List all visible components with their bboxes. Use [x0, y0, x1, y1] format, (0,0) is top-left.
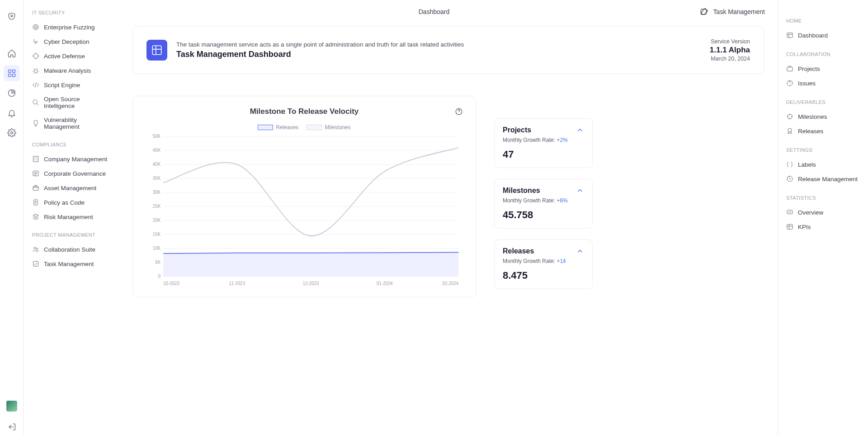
sidebar-item-label: Cyber Deception: [44, 38, 90, 45]
legend-milestones: Milestones: [325, 124, 350, 131]
sidebar-item-corporate-governance[interactable]: Corporate Governance: [32, 166, 111, 181]
sidebar-item-label: Malware Analysis: [44, 67, 91, 74]
help-icon[interactable]: [455, 108, 463, 116]
sidebar-item-label: Open Source Intelligence: [44, 96, 111, 109]
nav-item-label: Dashboard: [798, 32, 828, 39]
svg-text:40K: 40K: [153, 162, 161, 167]
nav-item-overview[interactable]: Overview: [786, 205, 863, 220]
sidebar-item-active-defense[interactable]: Active Defense: [32, 49, 111, 63]
sidebar-item-script-engine[interactable]: Script Engine: [32, 78, 111, 92]
nav-item-label: KPIs: [798, 224, 811, 230]
svg-point-52: [788, 128, 792, 132]
grid-icon[interactable]: [4, 65, 20, 81]
logout-icon[interactable]: [4, 419, 20, 435]
kpi-projects[interactable]: Projects Monthly Growth Rate: +2% 47: [494, 118, 593, 168]
icon-sidebar: [0, 0, 24, 435]
nav-item-labels[interactable]: Labels: [786, 157, 863, 172]
svg-point-0: [11, 15, 13, 17]
svg-point-9: [33, 54, 38, 59]
hero-badge-icon: [146, 40, 167, 61]
chart-canvas: 05K10K15K20K25K30K35K40K45K50K10-202311-…: [146, 134, 463, 288]
svg-text:02-2024: 02-2024: [443, 281, 459, 286]
nav-item-projects[interactable]: Projects: [786, 61, 863, 76]
version-label: Service Version: [710, 38, 750, 45]
sidebar-item-label: Script Engine: [44, 82, 80, 89]
menu-group-label: PROJECT MANAGEMENT: [32, 232, 111, 238]
main-content: Dashboard Task Management The task manag…: [119, 0, 778, 435]
nav-group-label: STATISTICS: [786, 195, 863, 201]
sidebar-item-label: Policy as Code: [44, 199, 85, 206]
svg-text:5K: 5K: [155, 260, 160, 265]
chart-icon[interactable]: [4, 85, 20, 101]
sidebar-item-risk-management[interactable]: Risk Management: [32, 210, 111, 224]
avatar[interactable]: [6, 401, 17, 412]
hero-card: The task management service acts as a si…: [132, 26, 764, 74]
sidebar-item-label: Active Defense: [44, 53, 85, 60]
chevron-up-icon: [576, 247, 584, 257]
nav-item-issues[interactable]: Issues: [786, 76, 863, 90]
nav-item-release-management[interactable]: Release Management: [786, 172, 863, 186]
svg-text:15K: 15K: [153, 232, 161, 237]
legend-releases: Releases: [276, 124, 298, 131]
sidebar-item-collaboration-suite[interactable]: Collaboration Suite: [32, 242, 111, 257]
svg-rect-1: [9, 70, 11, 73]
kpi-milestones[interactable]: Milestones Monthly Growth Rate: +6% 45.7…: [494, 179, 593, 229]
sidebar-item-vulnerability[interactable]: Vulnerability Management: [32, 113, 111, 134]
svg-text:11-2023: 11-2023: [229, 281, 245, 286]
version-date: March 20, 2024: [710, 56, 750, 62]
svg-text:10-2023: 10-2023: [163, 281, 179, 286]
svg-rect-4: [13, 74, 15, 77]
bell-icon[interactable]: [4, 105, 20, 121]
top-bar: Dashboard Task Management: [119, 0, 778, 23]
svg-rect-14: [33, 187, 38, 191]
chevron-up-icon: [576, 187, 584, 196]
sidebar-item-malware-analysis[interactable]: Malware Analysis: [32, 63, 111, 78]
top-right-link[interactable]: Task Management: [700, 7, 765, 16]
kpi-title: Releases: [503, 247, 534, 255]
sidebar-item-asset-management[interactable]: Asset Management: [32, 181, 111, 195]
kpi-sub: Monthly Growth Rate:: [503, 197, 555, 204]
nav-item-label: Labels: [798, 161, 816, 168]
nav-item-kpis[interactable]: KPIs: [786, 220, 863, 234]
nav-item-label: Issues: [798, 80, 816, 87]
kpi-delta: +2%: [557, 137, 567, 143]
nav-item-dashboard[interactable]: Dashboard: [786, 28, 863, 42]
gear-icon[interactable]: [4, 125, 20, 141]
svg-rect-50: [787, 67, 793, 71]
home-icon[interactable]: [4, 45, 20, 61]
sidebar-item-label: Task Management: [44, 261, 94, 267]
shield-icon[interactable]: [4, 8, 20, 24]
svg-rect-2: [13, 70, 15, 73]
sidebar-item-label: Corporate Governance: [44, 170, 106, 177]
svg-text:45K: 45K: [153, 148, 161, 153]
svg-rect-55: [787, 225, 793, 229]
sidebar-item-label: Collaboration Suite: [44, 246, 95, 253]
sidebar-item-enterprise-fuzzing[interactable]: Enterprise Fuzzing: [32, 20, 111, 34]
kpi-value: 47: [503, 149, 584, 160]
svg-text:10K: 10K: [153, 246, 161, 251]
hero-description: The task management service acts as a si…: [176, 41, 701, 48]
kpi-title: Milestones: [503, 187, 540, 195]
side-menu: IT SECURITY Enterprise Fuzzing Cyber Dec…: [24, 0, 119, 435]
chart-title: Milestone To Release Velocity: [250, 107, 359, 116]
nav-group-label: HOME: [786, 18, 863, 23]
top-right-label: Task Management: [713, 8, 765, 15]
nav-group-label: DELIVERABLES: [786, 99, 863, 105]
sidebar-item-label: Vulnerability Management: [44, 117, 111, 130]
sidebar-item-policy-as-code[interactable]: Policy as Code: [32, 195, 111, 210]
kpi-value: 8.475: [503, 270, 584, 281]
sidebar-item-osint[interactable]: Open Source Intelligence: [32, 92, 111, 113]
nav-item-label: Release Management: [798, 176, 858, 182]
svg-point-7: [34, 26, 38, 29]
svg-rect-20: [152, 46, 161, 55]
sidebar-item-company-management[interactable]: Company Management: [32, 152, 111, 166]
svg-text:50K: 50K: [153, 134, 161, 139]
kpi-sub: Monthly Growth Rate:: [503, 137, 555, 143]
nav-group-label: SETTINGS: [786, 147, 863, 153]
nav-item-milestones[interactable]: Milestones: [786, 109, 863, 124]
svg-text:01-2024: 01-2024: [377, 281, 393, 286]
sidebar-item-cyber-deception[interactable]: Cyber Deception: [32, 34, 111, 49]
sidebar-item-task-management[interactable]: Task Management: [32, 257, 111, 271]
kpi-releases[interactable]: Releases Monthly Growth Rate: +14 8.475: [494, 239, 593, 289]
nav-item-releases[interactable]: Releases: [786, 124, 863, 138]
